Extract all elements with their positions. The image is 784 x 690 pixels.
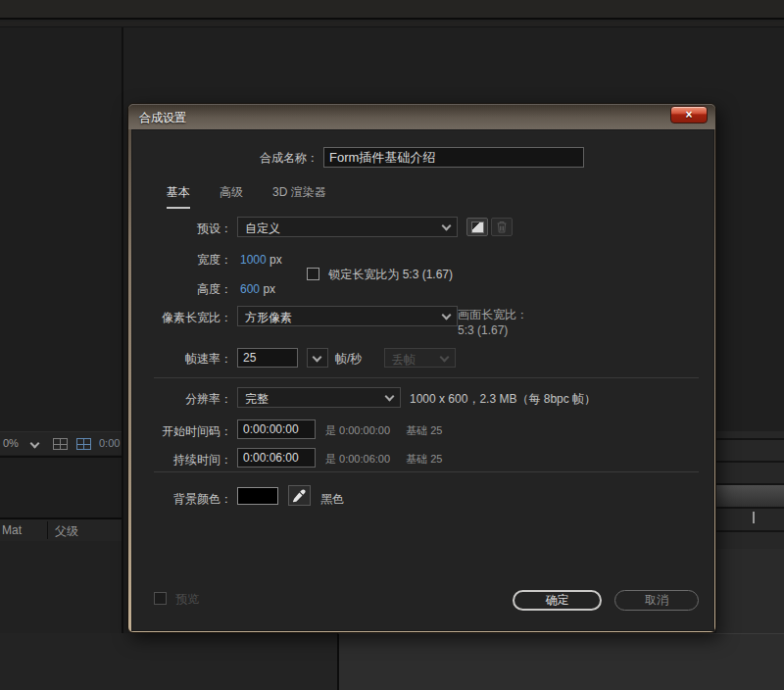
frame-rate-label: 帧速率： [132, 351, 232, 368]
start-timecode-is: 是 [325, 424, 336, 436]
timeline-lower-left-panel [0, 633, 337, 690]
pixel-aspect-dropdown[interactable]: 方形像素 [237, 306, 458, 326]
tab-basic[interactable]: 基本 [167, 184, 190, 209]
preset-dropdown[interactable]: 自定义 [237, 217, 458, 237]
composition-name-input[interactable] [323, 147, 584, 168]
save-preset-button[interactable] [466, 218, 488, 236]
pixel-aspect-value: 方形像素 [245, 311, 292, 324]
frame-rate-row: 帧速率： [132, 351, 240, 368]
lock-aspect-row: 锁定长宽比为 5:3 (1.67) [307, 267, 453, 283]
row-divider [716, 461, 784, 463]
duration-info: 是 0:00:06:00 基础 25 [325, 452, 442, 467]
dialog-content: 合成名称： 基本 高级 3D 渲染器 预设： 自定义 宽度：1000 px [131, 129, 714, 631]
comp-panel-toolbar: 0% 0:00 [0, 431, 122, 455]
duration-actual: 0:00:06:00 [339, 453, 390, 465]
start-timecode-input[interactable] [237, 419, 316, 439]
row-divider [716, 507, 784, 509]
frame-aspect-value: 5:3 (1.67) [458, 323, 508, 337]
duration-row: 持续时间： [132, 452, 240, 468]
chevron-down-icon [313, 353, 322, 363]
width-row: 宽度：1000 px [132, 252, 282, 269]
frame-aspect-block: 画面长宽比： 5:3 (1.67) [458, 307, 528, 338]
composition-name-label: 合成名称： [132, 150, 318, 167]
chevron-down-icon [442, 311, 452, 320]
panel-divider [0, 456, 122, 458]
highlighted-row [716, 485, 784, 507]
start-timecode-label: 开始时间码： [132, 423, 232, 440]
timecode-display[interactable]: 0:00 [99, 437, 120, 449]
delete-preset-button[interactable] [491, 218, 513, 236]
drop-frame-value: 丢帧 [392, 353, 416, 367]
background-color-name: 黑色 [320, 491, 344, 508]
background-color-label: 背景颜色： [132, 491, 232, 508]
timeline-panel-fragment [716, 549, 784, 633]
background-color-row: 背景颜色： [132, 491, 240, 508]
chevron-down-icon [440, 353, 450, 363]
resolution-label: 分辨率： [132, 391, 232, 408]
frame-rate-unit: 帧/秒 [335, 351, 362, 368]
parent-column-label: 父级 [55, 523, 78, 540]
preview-checkbox[interactable] [154, 592, 167, 605]
height-value[interactable]: 600 [240, 282, 260, 296]
lock-aspect-checkbox[interactable] [307, 268, 319, 280]
preset-label: 预设： [132, 221, 232, 237]
frame-aspect-label: 画面长宽比： [458, 308, 528, 321]
pixel-aspect-row: 像素长宽比： [132, 310, 240, 326]
timeline-panel-fragment [0, 541, 122, 633]
height-row: 高度：600 px [132, 281, 275, 298]
preset-value: 自定义 [245, 222, 280, 235]
eyedropper-button[interactable] [288, 485, 311, 506]
width-label: 宽度： [132, 252, 232, 269]
duration-label: 持续时间： [132, 452, 232, 468]
background-color-swatch[interactable] [237, 487, 278, 505]
chevron-down-icon[interactable] [30, 439, 40, 449]
cancel-button[interactable]: 取消 [614, 590, 699, 611]
settings-tabs: 基本 高级 3D 渲染器 [167, 184, 326, 209]
row-divider [716, 438, 784, 440]
preview-row: 预览 [154, 591, 199, 608]
resolution-row: 分辨率： [132, 391, 240, 408]
section-divider [154, 377, 699, 378]
frame-rate-input[interactable] [237, 348, 298, 368]
composition-settings-dialog: 合成设置 × 合成名称： 基本 高级 3D 渲染器 预设： 自定义 [127, 103, 716, 633]
composition-name-row: 合成名称： [132, 150, 326, 167]
app-top-bar [0, 0, 784, 20]
start-timecode-base: 基础 25 [406, 424, 442, 436]
timeline-column-header-row: Mat 父级 [0, 519, 122, 541]
resolution-value: 完整 [245, 392, 269, 406]
preset-row: 预设： [132, 221, 240, 237]
duration-input[interactable] [237, 448, 316, 468]
ok-button[interactable]: 确定 [513, 590, 602, 611]
dialog-titlebar[interactable]: 合成设置 × [128, 104, 715, 129]
duration-is: 是 [325, 453, 336, 465]
trkmat-column-label: Mat [2, 523, 22, 537]
tab-advanced[interactable]: 高级 [220, 184, 243, 209]
tab-3d-renderer[interactable]: 3D 渲染器 [272, 184, 326, 209]
zoom-level-value[interactable]: 0% [3, 437, 19, 449]
close-button[interactable]: × [670, 106, 708, 123]
pixel-aspect-label: 像素长宽比： [132, 310, 232, 326]
playhead-tick [753, 512, 755, 523]
grid-blue-icon[interactable] [76, 438, 91, 450]
duration-base: 基础 25 [406, 453, 442, 465]
eyedropper-icon [292, 489, 306, 503]
height-label: 高度： [132, 281, 232, 298]
timeline-lower-right-panel [337, 633, 784, 690]
save-preset-icon [471, 222, 484, 233]
start-timecode-actual: 0:00:00:00 [339, 424, 390, 436]
preview-label: 预览 [175, 592, 199, 606]
lock-aspect-label: 锁定长宽比为 5:3 (1.67) [328, 268, 453, 281]
composition-panel-fragment: 0% 0:00 Mat 父级 [0, 27, 123, 633]
frame-rate-dropdown-button[interactable] [307, 348, 328, 368]
section-divider [154, 471, 699, 472]
width-value[interactable]: 1000 [240, 253, 267, 267]
width-unit: px [270, 253, 282, 267]
grid-icon[interactable] [53, 438, 68, 450]
resolution-dropdown[interactable]: 完整 [237, 387, 401, 408]
chevron-down-icon [442, 222, 452, 231]
height-unit: px [263, 282, 275, 296]
drop-frame-dropdown[interactable]: 丢帧 [384, 348, 456, 368]
resolution-info: 1000 x 600，2.3 MB（每 8bpc 帧） [410, 391, 596, 408]
trash-icon [496, 221, 508, 233]
start-timecode-row: 开始时间码： [132, 423, 240, 440]
